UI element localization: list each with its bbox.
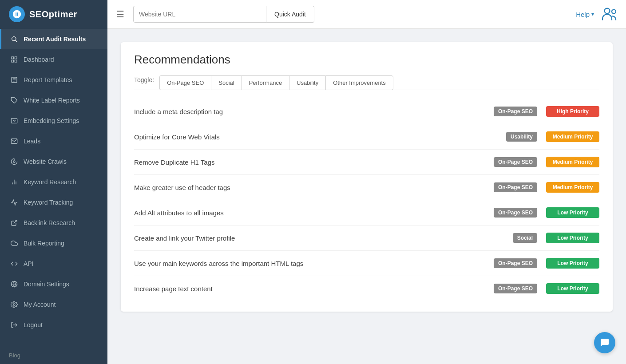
sidebar-label-leads: Leads [24, 138, 40, 145]
rec-row: Include a meta description tag On-Page S… [134, 99, 599, 124]
svg-point-14 [13, 161, 15, 162]
sidebar-label-report-templates: Report Templates [24, 76, 72, 83]
search-icon [10, 35, 18, 43]
rec-priority-low: Low Priority [546, 283, 599, 294]
toggle-row: Toggle: On-Page SEO Social Performance U… [134, 75, 599, 90]
rec-priority-low: Low Priority [546, 233, 599, 243]
content-area: Recommendations Toggle: On-Page SEO Soci… [107, 29, 626, 364]
sidebar-item-leads[interactable]: Leads [0, 131, 107, 151]
rec-text: Remove Duplicate H1 Tags [134, 158, 494, 166]
rec-row: Use your main keywords across the import… [134, 251, 599, 276]
sidebar-item-dashboard[interactable]: Dashboard [0, 49, 107, 70]
svg-point-22 [13, 304, 15, 305]
rec-priority-high: High Priority [546, 106, 599, 117]
rec-row: Increase page text content On-Page SEO L… [134, 276, 599, 301]
sidebar-item-report-templates[interactable]: Report Templates [0, 70, 107, 90]
main-layout: Recent Audit Results Dashboard Report Te… [0, 29, 626, 364]
cloud-icon [10, 239, 18, 247]
hamburger-button[interactable]: ☰ [116, 9, 124, 20]
logo-text: SEOptimer [29, 9, 77, 20]
url-input[interactable] [133, 6, 266, 23]
sidebar-item-recent-audit[interactable]: Recent Audit Results [0, 29, 107, 49]
recommendations-card: Recommendations Toggle: On-Page SEO Soci… [121, 42, 613, 312]
rec-category: On-Page SEO [494, 107, 537, 116]
sidebar-item-domain-settings[interactable]: Domain Settings [0, 274, 107, 294]
rec-text: Add Alt attributes to all images [134, 209, 494, 217]
rec-text: Use your main keywords across the import… [134, 260, 494, 267]
sidebar-label-keyword-research: Keyword Research [24, 178, 76, 186]
sidebar-label-keyword-tracking: Keyword Tracking [24, 199, 73, 206]
tab-on-page-seo[interactable]: On-Page SEO [159, 75, 211, 90]
sidebar-item-keyword-research[interactable]: Keyword Research [0, 172, 107, 192]
sidebar-label-white-label: White Label Reports [24, 97, 80, 104]
svg-point-2 [12, 37, 16, 41]
sidebar-item-website-crawls[interactable]: Website Crawls [0, 151, 107, 172]
tag-icon [10, 96, 18, 104]
rec-text: Include a meta description tag [134, 108, 494, 115]
rec-category: On-Page SEO [494, 284, 537, 293]
globe-icon [10, 280, 18, 288]
sidebar-label-website-crawls: Website Crawls [24, 158, 67, 165]
header: SEOptimer ☰ Quick Audit Help ▾ [0, 0, 626, 29]
tab-usability[interactable]: Usability [289, 75, 325, 90]
sidebar-label-dashboard: Dashboard [24, 56, 54, 63]
sidebar-label-logout: Logout [24, 321, 43, 328]
rec-priority-medium: Medium Priority [546, 157, 599, 167]
sidebar-item-embedding[interactable]: Embedding Settings [0, 111, 107, 131]
rec-row: Remove Duplicate H1 Tags On-Page SEO Med… [134, 150, 599, 175]
api-icon [10, 260, 18, 268]
rec-priority-low: Low Priority [546, 207, 599, 218]
sidebar-label-backlink-research: Backlink Research [24, 219, 75, 226]
tab-other-improvements[interactable]: Other Improvements [325, 75, 393, 90]
tab-social[interactable]: Social [211, 75, 241, 90]
help-button[interactable]: Help ▾ [576, 11, 594, 18]
tracking-icon [10, 198, 18, 206]
crawl-icon [10, 158, 18, 166]
rec-priority-low: Low Priority [546, 258, 599, 269]
sidebar-item-keyword-tracking[interactable]: Keyword Tracking [0, 192, 107, 213]
rec-priority-medium: Medium Priority [546, 131, 599, 142]
chat-button[interactable] [594, 332, 615, 353]
user-avatar-icon[interactable] [601, 6, 617, 22]
rec-category: On-Page SEO [494, 258, 537, 268]
sidebar-label-api: API [24, 260, 34, 267]
help-label: Help [576, 11, 590, 18]
sidebar: Recent Audit Results Dashboard Report Te… [0, 29, 107, 364]
rec-row: Add Alt attributes to all images On-Page… [134, 200, 599, 226]
sidebar-label-recent-audit: Recent Audit Results [24, 36, 86, 43]
rec-category: Usability [506, 132, 537, 142]
sidebar-item-my-account[interactable]: My Account [0, 294, 107, 315]
rec-category: On-Page SEO [494, 157, 537, 167]
svg-rect-6 [12, 60, 14, 62]
sidebar-footer-blog[interactable]: Blog [0, 347, 107, 364]
page-title: Recommendations [134, 53, 599, 67]
rec-text: Create and link your Twitter profile [134, 234, 513, 242]
external-link-icon [10, 219, 18, 227]
grid-icon [10, 55, 18, 63]
header-right: Help ▾ [576, 6, 617, 22]
rec-row: Make greater use of header tags On-Page … [134, 175, 599, 200]
sidebar-item-api[interactable]: API [0, 253, 107, 274]
rec-category: Social [513, 233, 537, 243]
logout-icon [10, 321, 18, 329]
rec-category: On-Page SEO [494, 208, 537, 218]
file-edit-icon [10, 76, 18, 84]
svg-rect-13 [11, 119, 17, 123]
sidebar-item-logout[interactable]: Logout [0, 315, 107, 335]
sidebar-item-backlink-research[interactable]: Backlink Research [0, 213, 107, 233]
sidebar-label-my-account: My Account [24, 301, 55, 308]
svg-rect-7 [15, 60, 17, 62]
chevron-down-icon: ▾ [591, 11, 594, 17]
rec-row: Create and link your Twitter profile Soc… [134, 226, 599, 251]
quick-audit-button[interactable]: Quick Audit [266, 6, 314, 23]
rec-category: On-Page SEO [494, 182, 537, 192]
sidebar-item-white-label[interactable]: White Label Reports [0, 90, 107, 111]
sidebar-item-bulk-reporting[interactable]: Bulk Reporting [0, 233, 107, 253]
svg-point-0 [605, 8, 610, 14]
rec-text: Optimize for Core Web Vitals [134, 133, 506, 141]
svg-rect-4 [12, 57, 14, 59]
sidebar-label-domain-settings: Domain Settings [24, 281, 69, 288]
tab-performance[interactable]: Performance [242, 75, 289, 90]
svg-line-19 [14, 220, 17, 223]
sidebar-label-embedding: Embedding Settings [24, 117, 79, 124]
